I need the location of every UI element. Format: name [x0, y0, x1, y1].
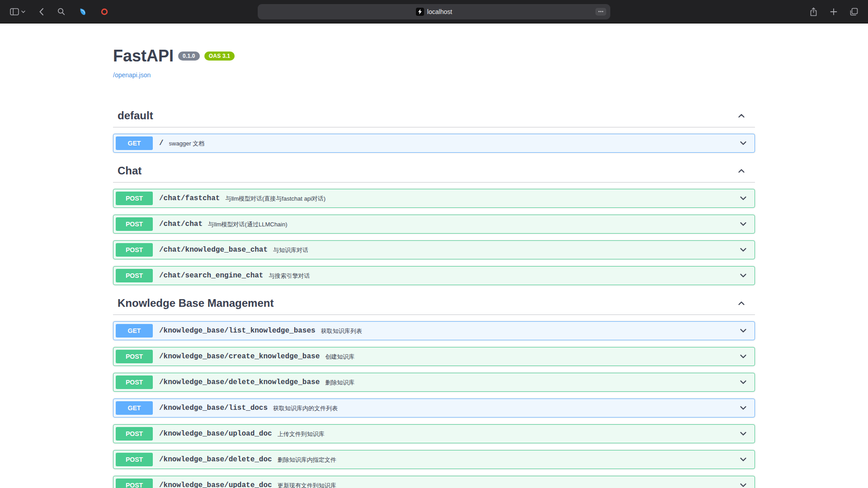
sidebar-icon [10, 8, 19, 15]
section-header[interactable]: default [113, 104, 755, 127]
method-badge: GET [116, 136, 153, 150]
operation-summary: 创建知识库 [325, 352, 735, 361]
page-title: FastAPI0.1.0OAS 3.1 [113, 46, 755, 66]
section-operations: GET /knowledge_base/list_knowledge_bases… [113, 315, 755, 488]
operation-row[interactable]: POST /chat/fastchat 与llm模型对话(直接与fastchat… [113, 189, 755, 208]
search-button[interactable] [56, 6, 67, 17]
site-favicon-icon [416, 8, 424, 16]
tag-section: Knowledge Base Management GET /knowledge… [113, 292, 755, 488]
operation-row[interactable]: POST /chat/knowledge_base_chat 与知识库对话 [113, 240, 755, 259]
new-tab-icon [830, 8, 837, 15]
operation-path: /knowledge_base/create_knowledge_base [159, 352, 320, 361]
method-badge: POST [116, 453, 153, 466]
back-button[interactable] [37, 6, 46, 18]
method-badge: POST [116, 479, 153, 488]
operation-path: /knowledge_base/update_doc [159, 481, 272, 488]
extension-orange-button[interactable] [99, 6, 110, 18]
operation-path: /chat/chat [159, 220, 203, 228]
share-button[interactable] [808, 5, 819, 18]
expand-operation-icon[interactable] [735, 139, 752, 148]
search-icon [57, 8, 65, 15]
collapse-section-icon[interactable] [737, 299, 746, 308]
operation-row[interactable]: GET / swagger 文档 [113, 134, 755, 153]
operation-summary: 获取知识库内的文件列表 [273, 404, 735, 413]
tab-overview-button[interactable] [848, 6, 860, 18]
expand-operation-icon[interactable] [735, 352, 752, 361]
section-header[interactable]: Chat [113, 160, 755, 183]
operation-summary: 更新现有文件到知识库 [278, 481, 735, 488]
browser-toolbar: localhost [0, 0, 868, 23]
expand-operation-icon[interactable] [735, 455, 752, 464]
new-tab-button[interactable] [828, 6, 839, 17]
operation-row[interactable]: GET /knowledge_base/list_knowledge_bases… [113, 321, 755, 340]
operation-path: /chat/search_engine_chat [159, 272, 263, 280]
section-header[interactable]: Knowledge Base Management [113, 292, 755, 315]
operation-summary: 删除知识库内指定文件 [278, 455, 735, 464]
operation-path: / [159, 139, 164, 147]
back-icon [39, 8, 44, 16]
operation-row[interactable]: POST /knowledge_base/upload_doc 上传文件到知识库 [113, 424, 755, 443]
method-badge: POST [116, 427, 153, 441]
tab-overview-icon [850, 8, 858, 16]
method-badge: POST [116, 192, 153, 205]
swagger-page: FastAPI0.1.0OAS 3.1 /openapi.json defaul… [0, 23, 868, 488]
operation-path: /knowledge_base/delete_knowledge_base [159, 378, 320, 386]
operation-summary: 与知识库对话 [273, 246, 735, 254]
method-badge: GET [116, 401, 153, 415]
api-sections: default GET / swagger 文档 Chat [113, 104, 755, 488]
section-title: Knowledge Base Management [118, 296, 274, 310]
section-title: Chat [118, 164, 142, 178]
tag-section: default GET / swagger 文档 [113, 104, 755, 153]
operation-row[interactable]: POST /knowledge_base/create_knowledge_ba… [113, 347, 755, 366]
operation-row[interactable]: POST /knowledge_base/delete_doc 删除知识库内指定… [113, 450, 755, 469]
expand-operation-icon[interactable] [735, 194, 752, 203]
expand-operation-icon[interactable] [735, 326, 752, 335]
operation-path: /knowledge_base/list_knowledge_bases [159, 327, 316, 335]
extension-orange-icon [100, 8, 108, 16]
operation-row[interactable]: POST /knowledge_base/delete_knowledge_ba… [113, 373, 755, 392]
sidebar-toggle-button[interactable] [8, 6, 27, 17]
version-badge: 0.1.0 [178, 52, 200, 61]
operation-summary: 删除知识库 [325, 378, 735, 387]
expand-operation-icon[interactable] [735, 429, 752, 438]
expand-operation-icon[interactable] [735, 404, 752, 413]
address-bar[interactable]: localhost [258, 4, 610, 19]
expand-operation-icon[interactable] [735, 245, 752, 254]
expand-operation-icon[interactable] [735, 481, 752, 488]
operation-path: /chat/knowledge_base_chat [159, 246, 268, 254]
api-title-text: FastAPI [113, 47, 174, 65]
method-badge: POST [116, 375, 153, 389]
expand-operation-icon[interactable] [735, 378, 752, 387]
method-badge: POST [116, 350, 153, 363]
operation-path: /knowledge_base/list_docs [159, 404, 268, 412]
ellipsis-icon[interactable] [595, 8, 606, 15]
openapi-link[interactable]: /openapi.json [113, 70, 151, 80]
operation-path: /knowledge_base/delete_doc [159, 455, 272, 464]
method-badge: POST [116, 243, 153, 257]
chevron-down-icon [21, 10, 25, 13]
operation-summary: 获取知识库列表 [321, 327, 735, 335]
url-text: localhost [427, 8, 452, 15]
expand-operation-icon[interactable] [735, 220, 752, 229]
section-operations: POST /chat/fastchat 与llm模型对话(直接与fastchat… [113, 183, 755, 285]
section-title: default [118, 109, 153, 122]
api-info: FastAPI0.1.0OAS 3.1 /openapi.json [113, 23, 755, 80]
share-icon [810, 7, 817, 16]
collapse-section-icon[interactable] [737, 111, 746, 120]
operation-row[interactable]: POST /chat/search_engine_chat 与搜索引擎对话 [113, 266, 755, 285]
operation-summary: 上传文件到知识库 [278, 430, 735, 438]
operation-summary: 与llm模型对话(直接与fastchat api对话) [225, 194, 735, 203]
operation-path: /chat/fastchat [159, 194, 220, 202]
oas-badge: OAS 3.1 [204, 52, 235, 61]
operation-path: /knowledge_base/upload_doc [159, 430, 272, 438]
operation-summary: 与搜索引擎对话 [269, 272, 735, 280]
operation-row[interactable]: POST /chat/chat 与llm模型对话(通过LLMChain) [113, 215, 755, 234]
method-badge: POST [116, 269, 153, 282]
method-badge: POST [116, 217, 153, 231]
operation-row[interactable]: POST /knowledge_base/update_doc 更新现有文件到知… [113, 476, 755, 488]
operation-row[interactable]: GET /knowledge_base/list_docs 获取知识库内的文件列… [113, 399, 755, 418]
extension-blue-button[interactable] [77, 6, 89, 18]
section-operations: GET / swagger 文档 [113, 127, 755, 153]
collapse-section-icon[interactable] [737, 166, 746, 175]
expand-operation-icon[interactable] [735, 271, 752, 280]
